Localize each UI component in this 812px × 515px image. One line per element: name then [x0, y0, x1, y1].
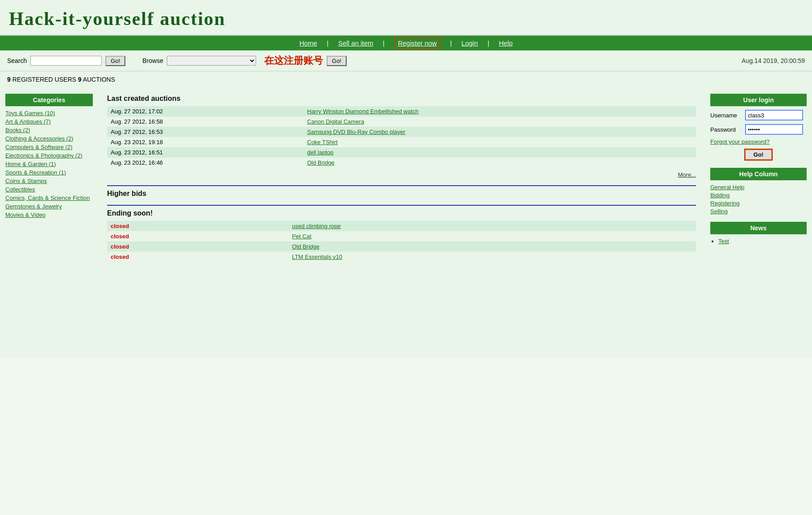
ending-link[interactable]: LTM Essentials v10 [292, 253, 342, 260]
closed-badge: closed [111, 233, 129, 240]
list-item: Sports & Recreation (1) [5, 169, 93, 176]
ending-title: LTM Essentials v10 [289, 252, 696, 262]
username-input[interactable] [745, 110, 803, 120]
ending-link[interactable]: Old Bridge [292, 243, 319, 250]
browse-label: Browse [142, 57, 163, 64]
users-label: REGISTERED USERS [12, 76, 76, 83]
login-title: User login [710, 94, 807, 106]
table-row: closedPet Cat [107, 231, 696, 241]
ending-soon-title: Ending soon! [107, 209, 696, 217]
ending-title: Pet Cat [289, 231, 696, 241]
auction-link[interactable]: Canon Digital Camera [307, 118, 364, 125]
login-form: Username Password Forgot your password? … [710, 110, 807, 161]
status-badge: closed [107, 231, 289, 241]
auction-date: Aug. 27 2012, 17:02 [107, 106, 303, 116]
list-item: Gemstones & Jewelry [5, 203, 93, 210]
news-title: News [710, 222, 807, 234]
list-item: Toys & Games (10) [5, 110, 93, 116]
password-row: Password [710, 124, 807, 135]
table-row: Aug. 23 2012, 16:46Old Bridge [107, 158, 696, 168]
category-link[interactable]: Coins & Stamps [5, 178, 47, 184]
auction-date: Aug. 27 2012, 16:53 [107, 127, 303, 137]
category-link[interactable]: Movies & Video [5, 212, 46, 218]
password-input[interactable] [745, 124, 803, 135]
nav-register[interactable]: Register now [394, 37, 441, 49]
header: Hack-it-yourself auction [0, 0, 812, 36]
news-link[interactable]: Test [718, 238, 729, 245]
forgot-link[interactable]: Forgot your password? [710, 138, 807, 145]
ending-link[interactable]: Pet Cat [292, 233, 311, 240]
auction-title: Harry Winston Diamond Embellished watch [303, 106, 696, 116]
main-layout: Categories Toys & Games (10)Art & Antiqu… [0, 90, 812, 358]
closed-badge: closed [111, 243, 129, 250]
list-item: Coins & Stamps [5, 178, 93, 184]
auction-date: Aug. 23 2012, 16:51 [107, 147, 303, 158]
category-link[interactable]: Clothing & Accessories (2) [5, 135, 73, 142]
news-list: Test [710, 238, 807, 245]
closed-badge: closed [111, 253, 129, 260]
browse-select[interactable] [167, 56, 256, 66]
datetime: Aug.14 2019, 20:00:59 [742, 57, 805, 64]
site-title: Hack-it-yourself auction [9, 8, 803, 29]
nav-sep2: | [383, 39, 385, 47]
auction-title: Canon Digital Camera [303, 116, 696, 127]
nav-sep1: | [327, 39, 329, 47]
nav-sep4: | [488, 39, 489, 47]
nav-home[interactable]: Home [299, 39, 317, 47]
status-badge: closed [107, 221, 289, 231]
auctions-count: 9 [78, 76, 82, 83]
table-row: closedOld Bridge [107, 241, 696, 252]
auction-date: Aug. 23 2012, 19:18 [107, 137, 303, 147]
last-created-title: Last created auctions [107, 95, 696, 103]
divider2 [107, 205, 696, 206]
list-item: Movies & Video [5, 212, 93, 218]
category-link[interactable]: Computers & Software (2) [5, 144, 72, 150]
auction-link[interactable]: Coke TShirt [307, 139, 337, 145]
username-row: Username [710, 110, 807, 120]
ending-link[interactable]: used climbing rope [292, 223, 341, 229]
login-go-button[interactable]: Go! [744, 149, 773, 161]
help-title: Help Column [710, 168, 807, 180]
category-link[interactable]: Sports & Recreation (1) [5, 169, 66, 176]
stats-bar: 9 REGISTERED USERS 9 AUCTIONS [0, 71, 812, 90]
help-link[interactable]: Selling [710, 208, 807, 215]
ending-title: Old Bridge [289, 241, 696, 252]
users-count: 9 [7, 76, 11, 83]
search-go-button[interactable]: Go! [105, 56, 125, 66]
auction-link[interactable]: Samsung DVD Blu-Ray Combo player [307, 129, 405, 135]
auction-date: Aug. 23 2012, 16:46 [107, 158, 303, 168]
auction-title: Coke TShirt [303, 137, 696, 147]
auctions-label: AUCTIONS [83, 76, 115, 83]
table-row: Aug. 27 2012, 17:02Harry Winston Diamond… [107, 106, 696, 116]
category-link[interactable]: Comics, Cards & Science Fiction [5, 195, 90, 201]
category-link[interactable]: Electronics & Photography (2) [5, 152, 83, 159]
auction-link[interactable]: Old Bridge [307, 159, 334, 166]
auction-link[interactable]: Harry Winston Diamond Embellished watch [307, 108, 418, 115]
more-link[interactable]: More... [678, 171, 696, 178]
categories-list: Toys & Games (10)Art & Antiques (7)Books… [5, 110, 93, 218]
nav-help[interactable]: Help [499, 39, 513, 47]
list-item: Comics, Cards & Science Fiction [5, 195, 93, 201]
auction-link[interactable]: dell laptop [307, 149, 333, 156]
nav-sell[interactable]: Sell an item [338, 39, 373, 47]
help-link[interactable]: General Help [710, 184, 807, 191]
categories-title: Categories [5, 94, 93, 106]
category-link[interactable]: Home & Garden (1) [5, 161, 56, 167]
auction-title: Old Bridge [303, 158, 696, 168]
closed-badge: closed [111, 223, 129, 229]
help-link[interactable]: Registering [710, 200, 807, 207]
list-item: Books (2) [5, 127, 93, 133]
category-link[interactable]: Gemstones & Jewelry [5, 203, 62, 210]
category-link[interactable]: Toys & Games (10) [5, 110, 55, 116]
right-panel: User login Username Password Forgot your… [705, 90, 812, 358]
ending-table: closedused climbing ropeclosedPet Catclo… [107, 221, 696, 262]
search-input[interactable] [30, 56, 102, 66]
browse-go-button[interactable]: Go! [327, 56, 347, 66]
category-link[interactable]: Art & Antiques (7) [5, 118, 51, 125]
list-item: Test [718, 238, 807, 245]
help-link[interactable]: Bidding [710, 192, 807, 199]
nav-login[interactable]: Login [461, 39, 478, 47]
category-link[interactable]: Books (2) [5, 127, 30, 133]
nav-sep3: | [450, 39, 452, 47]
category-link[interactable]: Collectibles [5, 186, 35, 193]
